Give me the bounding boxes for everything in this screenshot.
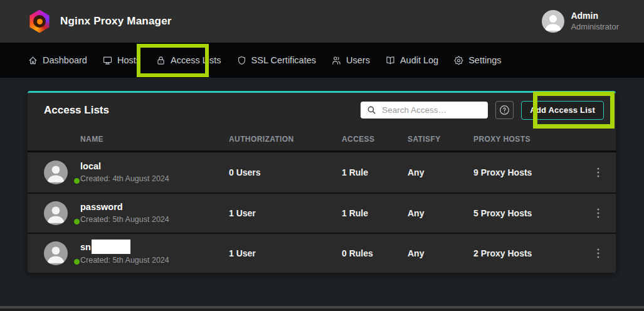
satisfy-value: Any [408,208,473,218]
access-list-name: local [80,160,229,173]
access-list-created: Created: 5th August 2024 [80,214,229,225]
access-value: 1 Rule [342,208,408,218]
proxy-hosts-value: 9 Proxy Hosts [473,167,593,177]
table-row[interactable]: password Created: 5th August 2024 1 User… [28,192,616,233]
redaction-box [92,240,130,254]
search-input[interactable] [361,102,488,119]
table-header: NAME AUTHORIZATION ACCESS SATISFY PROXY … [28,127,616,152]
user-menu[interactable]: Admin Administrator [542,10,619,33]
authorization-value: 0 Users [229,167,342,177]
user-role: Administrator [571,22,619,32]
authorization-value: 1 User [229,248,342,258]
proxy-hosts-value: 5 Proxy Hosts [473,208,593,218]
nav-item-settings[interactable]: Settings [453,55,501,66]
users-icon [331,55,342,66]
row-menu-kebab-icon[interactable] [593,166,604,179]
satisfy-value: Any [408,248,473,258]
access-value: 1 Rule [342,167,408,177]
online-status-dot [73,177,81,185]
access-list-name: password [80,201,229,214]
app-logo-icon [29,10,50,33]
row-menu-kebab-icon[interactable] [593,247,604,260]
search-box [361,102,488,119]
access-list-name: sn [80,240,229,255]
nav-item-hosts[interactable]: Hosts [102,55,140,66]
nav-item-audit-log[interactable]: Audit Log [385,55,438,66]
shield-icon [236,55,247,66]
row-menu-kebab-icon[interactable] [593,207,604,219]
home-icon [28,55,38,66]
column-header-proxy-hosts: PROXY HOSTS [473,135,593,144]
access-list-created: Created: 5th August 2024 [80,255,229,266]
table-row[interactable]: local Created: 4th August 2024 0 Users 1… [28,152,616,192]
online-status-dot [73,218,81,226]
add-access-list-button[interactable]: Add Access List [521,101,604,120]
user-avatar [542,10,564,33]
authorization-value: 1 User [229,208,342,218]
lock-icon [156,55,166,66]
nav-item-users[interactable]: Users [331,55,370,66]
row-avatar [44,161,68,184]
access-list-created: Created: 4th August 2024 [80,173,229,184]
search-icon [366,105,377,115]
panel-header: Access Lists Add Access List [28,93,616,127]
help-button[interactable] [495,101,514,119]
access-value: 0 Rules [342,248,408,258]
bottom-strip [0,306,644,308]
gear-icon [453,55,464,66]
access-lists-panel: Access Lists Add Access List NAME AUT [28,91,616,273]
table-body: local Created: 4th August 2024 0 Users 1… [28,152,616,273]
book-icon [385,55,396,66]
nav-item-ssl-certificates[interactable]: SSL Certificates [236,55,316,66]
satisfy-value: Any [408,167,473,177]
app-title: Nginx Proxy Manager [60,15,172,28]
content-area: Access Lists Add Access List NAME AUT [0,78,644,308]
column-header-name: NAME [80,135,229,144]
panel-title: Access Lists [44,104,109,117]
user-name: Admin [571,11,619,22]
row-avatar [44,241,68,265]
nav-item-access-lists[interactable]: Access Lists [156,55,221,66]
table-row[interactable]: sn Created: 5th August 2024 1 User 0 Rul… [28,233,616,273]
nav-item-dashboard[interactable]: Dashboard [28,55,87,66]
monitor-icon [102,55,113,66]
row-avatar [44,201,68,225]
column-header-authorization: AUTHORIZATION [229,135,342,144]
column-header-access: ACCESS [342,135,408,144]
proxy-hosts-value: 2 Proxy Hosts [473,248,593,258]
main-nav: Dashboard Hosts Access Lists SSL Certifi… [0,43,644,78]
column-header-satisfy: SATISFY [408,135,473,144]
online-status-dot [73,258,81,266]
app-header: Nginx Proxy Manager Admin Administrator [0,0,644,43]
